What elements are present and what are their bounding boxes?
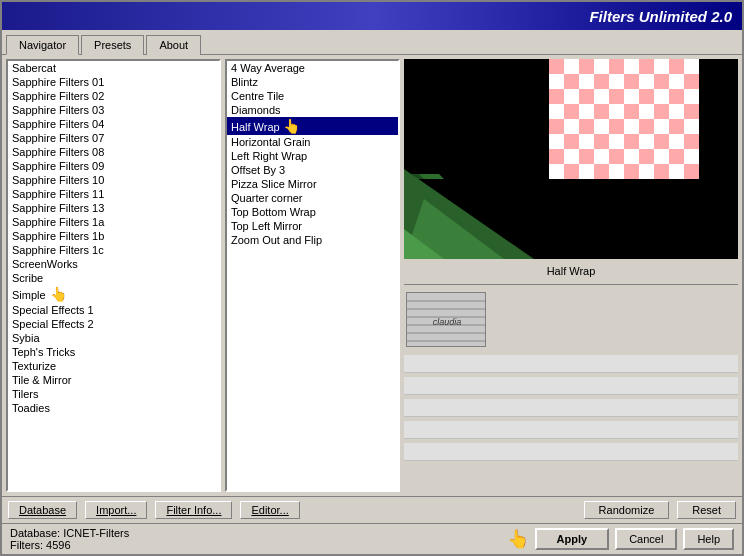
list-item[interactable]: Texturize [8, 359, 219, 373]
effect-item[interactable]: Horizontal Grain [227, 135, 398, 149]
thumbnail-image: claudia [406, 292, 486, 347]
list-item[interactable]: ScreenWorks [8, 257, 219, 271]
tab-presets[interactable]: Presets [81, 35, 144, 55]
list-item[interactable]: Special Effects 1 [8, 303, 219, 317]
effect-item[interactable]: Top Left Mirror [227, 219, 398, 233]
svg-rect-16 [564, 74, 579, 89]
list-item[interactable]: Sapphire Filters 02 [8, 89, 219, 103]
svg-rect-41 [639, 104, 654, 119]
svg-rect-76 [564, 164, 579, 179]
effect-item[interactable]: Top Bottom Wrap [227, 205, 398, 219]
svg-rect-47 [579, 119, 594, 134]
placeholder-row-3 [404, 399, 738, 417]
list-item[interactable]: Scribe [8, 271, 219, 285]
svg-rect-18 [594, 74, 609, 89]
preview-label: Half Wrap [547, 265, 596, 277]
svg-rect-56 [564, 134, 579, 149]
svg-rect-10 [624, 59, 639, 74]
right-panel: Half Wrap claudia [404, 59, 738, 492]
list-item[interactable]: Sapphire Filters 03 [8, 103, 219, 117]
effect-item[interactable]: Zoom Out and Flip [227, 233, 398, 247]
database-button[interactable]: Database [8, 501, 77, 519]
svg-rect-44 [684, 104, 699, 119]
title-bar: Filters Unlimited 2.0 [2, 2, 742, 30]
svg-rect-8 [594, 59, 609, 74]
svg-rect-59 [609, 134, 624, 149]
list-item[interactable]: Sapphire Filters 09 [8, 159, 219, 173]
list-item[interactable]: Sapphire Filters 11 [8, 187, 219, 201]
svg-rect-27 [579, 89, 594, 104]
reset-button[interactable]: Reset [677, 501, 736, 519]
svg-rect-69 [609, 149, 624, 164]
effect-item[interactable]: Half Wrap 👆 [227, 117, 398, 135]
list-item[interactable]: Toadies [8, 401, 219, 415]
list-item[interactable]: Sapphire Filters 04 [8, 117, 219, 131]
svg-rect-7 [579, 59, 594, 74]
tab-about[interactable]: About [146, 35, 201, 55]
svg-rect-26 [564, 89, 579, 104]
list-item[interactable]: Special Effects 2 [8, 317, 219, 331]
list-item[interactable]: Sapphire Filters 1a [8, 215, 219, 229]
svg-rect-34 [684, 89, 699, 104]
placeholder-row-4 [404, 421, 738, 439]
list-item[interactable]: Sapphire Filters 13 [8, 201, 219, 215]
effect-item[interactable]: 4 Way Average [227, 61, 398, 75]
list-item[interactable]: Tilers [8, 387, 219, 401]
list-item[interactable]: Simple👆 [8, 285, 219, 303]
effect-item[interactable]: Blintz [227, 75, 398, 89]
effect-item[interactable]: Diamonds [227, 103, 398, 117]
placeholder-row-2 [404, 377, 738, 395]
svg-rect-25 [549, 89, 564, 104]
svg-rect-50 [624, 119, 639, 134]
svg-rect-13 [669, 59, 684, 74]
list-item[interactable]: Sapphire Filters 10 [8, 173, 219, 187]
list-item[interactable]: Teph's Tricks [8, 345, 219, 359]
svg-rect-82 [654, 164, 669, 179]
svg-rect-45 [549, 119, 564, 134]
svg-rect-61 [639, 134, 654, 149]
list-item[interactable]: Tile & Mirror [8, 373, 219, 387]
svg-rect-51 [639, 119, 654, 134]
effect-item[interactable]: Quarter corner [227, 191, 398, 205]
svg-rect-11 [639, 59, 654, 74]
list-item[interactable]: Sapphire Filters 08 [8, 145, 219, 159]
svg-rect-83 [669, 164, 684, 179]
svg-rect-9 [609, 59, 624, 74]
effect-item[interactable]: Pizza Slice Mirror [227, 177, 398, 191]
help-button[interactable]: Help [683, 528, 734, 550]
svg-rect-70 [624, 149, 639, 164]
list-item[interactable]: Sapphire Filters 1c [8, 243, 219, 257]
filter-effect-list[interactable]: 4 Way AverageBlintzCentre TileDiamondsHa… [225, 59, 400, 492]
effect-item[interactable]: Centre Tile [227, 89, 398, 103]
svg-rect-6 [564, 59, 579, 74]
svg-rect-5 [549, 59, 564, 74]
apply-button[interactable]: Apply [535, 528, 610, 550]
svg-rect-29 [609, 89, 624, 104]
list-item[interactable]: Sapphire Filters 07 [8, 131, 219, 145]
svg-rect-24 [684, 74, 699, 89]
import-button[interactable]: Import... [85, 501, 147, 519]
list-item[interactable]: Sapphire Filters 1b [8, 229, 219, 243]
main-content: SabercatSapphire Filters 01Sapphire Filt… [2, 55, 742, 496]
svg-rect-67 [579, 149, 594, 164]
svg-text:claudia: claudia [433, 317, 462, 327]
svg-rect-39 [609, 104, 624, 119]
filter-info-button[interactable]: Filter Info... [155, 501, 232, 519]
editor-button[interactable]: Editor... [240, 501, 299, 519]
effect-item[interactable]: Offset By 3 [227, 163, 398, 177]
svg-rect-52 [654, 119, 669, 134]
randomize-button[interactable]: Randomize [584, 501, 670, 519]
svg-rect-19 [609, 74, 624, 89]
svg-rect-53 [669, 119, 684, 134]
list-item[interactable]: Sapphire Filters 01 [8, 75, 219, 89]
svg-rect-77 [579, 164, 594, 179]
effect-item[interactable]: Left Right Wrap [227, 149, 398, 163]
filter-category-list[interactable]: SabercatSapphire Filters 01Sapphire Filt… [6, 59, 221, 492]
svg-rect-49 [609, 119, 624, 134]
cancel-button[interactable]: Cancel [615, 528, 677, 550]
preview-label-area: Half Wrap [404, 263, 738, 279]
list-item[interactable]: Sybia [8, 331, 219, 345]
svg-rect-22 [654, 74, 669, 89]
list-item[interactable]: Sabercat [8, 61, 219, 75]
tab-navigator[interactable]: Navigator [6, 35, 79, 55]
